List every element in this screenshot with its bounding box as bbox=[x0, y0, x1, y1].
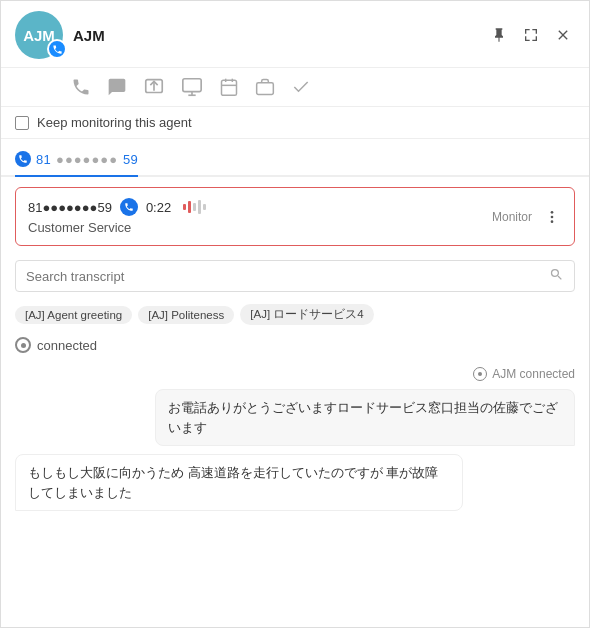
briefcase-toolbar-icon[interactable] bbox=[255, 77, 275, 97]
check-toolbar-icon[interactable] bbox=[291, 77, 311, 97]
tags-row: [AJ] Agent greeting [AJ] Politeness [AJ]… bbox=[1, 300, 589, 333]
tag-0[interactable]: [AJ] Agent greeting bbox=[15, 306, 132, 324]
ajm-connected-row: AJM connected bbox=[15, 367, 575, 381]
expand-icon bbox=[523, 27, 539, 43]
more-dots-icon bbox=[544, 209, 560, 225]
search-row bbox=[15, 260, 575, 292]
header-actions bbox=[487, 23, 575, 47]
toolbar bbox=[1, 68, 589, 107]
tag-1[interactable]: [AJ] Politeness bbox=[138, 306, 234, 324]
search-icon bbox=[549, 267, 564, 285]
call-number: 81●●●●●●●59 bbox=[28, 200, 112, 215]
close-icon bbox=[555, 27, 571, 43]
header-title: AJM bbox=[73, 27, 487, 44]
tab-item[interactable]: 81 ●●●●●●● 59 bbox=[15, 145, 138, 177]
call-phone-icon bbox=[120, 198, 138, 216]
waveform-bar-5 bbox=[203, 204, 206, 210]
expand-button[interactable] bbox=[519, 23, 543, 47]
tab-number-prefix: 81 bbox=[36, 152, 51, 167]
more-options-button[interactable] bbox=[540, 205, 564, 229]
avatar-badge bbox=[47, 39, 67, 59]
chat-toolbar-icon[interactable] bbox=[107, 77, 127, 97]
call-waveform bbox=[183, 200, 206, 214]
phone-badge-icon bbox=[52, 44, 63, 55]
close-button[interactable] bbox=[551, 23, 575, 47]
message-left: もしもし大阪に向かうため 高速道路を走行していたのですが 車が故障してしまいまし… bbox=[15, 454, 575, 511]
svg-rect-5 bbox=[222, 80, 237, 95]
monitor-toolbar-icon[interactable] bbox=[181, 76, 203, 98]
status-icon bbox=[15, 337, 31, 353]
search-input[interactable] bbox=[26, 269, 543, 284]
waveform-bar-1 bbox=[183, 204, 186, 210]
avatar: AJM bbox=[15, 11, 63, 59]
pin-icon bbox=[491, 27, 507, 43]
tab-number-masked: ●●●●●●● bbox=[56, 152, 118, 167]
header: AJM AJM bbox=[1, 1, 589, 68]
tag-2[interactable]: [AJ] ロードサービス4 bbox=[240, 304, 373, 325]
svg-rect-9 bbox=[257, 83, 274, 95]
waveform-bar-3 bbox=[193, 203, 196, 211]
call-card-top: 81●●●●●●●59 0:22 bbox=[28, 198, 562, 216]
messages-area: AJM connected お電話ありがとうございますロードサービス窓口担当の佐… bbox=[1, 359, 589, 627]
tab-number-suffix: 59 bbox=[123, 152, 138, 167]
monitor-checkbox[interactable] bbox=[15, 116, 29, 130]
monitor-label: Keep monitoring this agent bbox=[37, 115, 192, 130]
status-text: connected bbox=[37, 338, 97, 353]
message-bubble-right: お電話ありがとうございますロードサービス窓口担当の佐藤でございます bbox=[155, 389, 575, 446]
waveform-bar-2 bbox=[188, 201, 191, 213]
svg-point-12 bbox=[551, 215, 554, 218]
ajm-connected-text: AJM connected bbox=[492, 367, 575, 381]
monitor-button[interactable]: Monitor bbox=[492, 210, 532, 224]
svg-point-11 bbox=[551, 211, 554, 214]
app-container: AJM AJM bbox=[0, 0, 590, 628]
message-bubble-left: もしもし大阪に向かうため 高速道路を走行していたのですが 車が故障してしまいまし… bbox=[15, 454, 463, 511]
svg-point-13 bbox=[551, 220, 554, 223]
status-row: connected bbox=[1, 333, 589, 359]
pin-button[interactable] bbox=[487, 23, 511, 47]
screen-share-toolbar-icon[interactable] bbox=[143, 76, 165, 98]
call-duration: 0:22 bbox=[146, 200, 171, 215]
ajm-connected-icon bbox=[473, 367, 487, 381]
calendar-toolbar-icon[interactable] bbox=[219, 77, 239, 97]
status-dot bbox=[21, 343, 26, 348]
monitor-row: Keep monitoring this agent bbox=[1, 107, 589, 139]
call-card-right: Monitor bbox=[492, 205, 564, 229]
svg-rect-2 bbox=[183, 79, 201, 92]
tab-phone-icon bbox=[15, 151, 31, 167]
message-right: お電話ありがとうございますロードサービス窓口担当の佐藤でございます bbox=[15, 389, 575, 446]
tab-row: 81 ●●●●●●● 59 bbox=[1, 139, 589, 177]
call-card: 81●●●●●●●59 0:22 Monitor bbox=[15, 187, 575, 246]
phone-toolbar-icon[interactable] bbox=[71, 77, 91, 97]
call-service-name: Customer Service bbox=[28, 220, 562, 235]
waveform-bar-4 bbox=[198, 200, 201, 214]
